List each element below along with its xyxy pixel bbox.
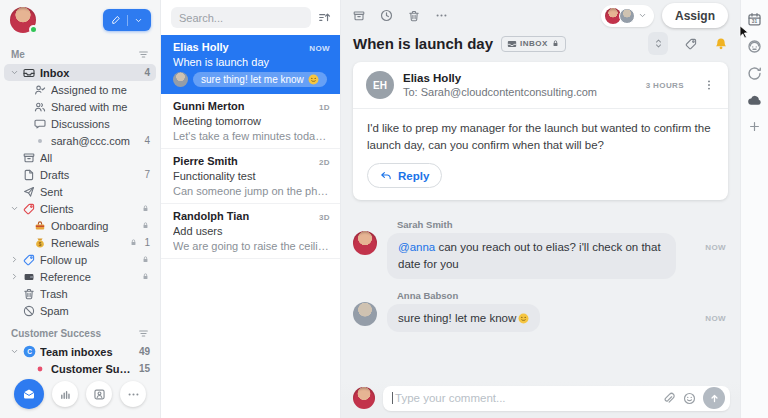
thread-item-gunni-merton[interactable]: Gunni Merton1DMeeting tomorrowLet's take… [161, 94, 340, 149]
trash-icon[interactable] [408, 10, 420, 22]
contacts-button[interactable] [86, 381, 112, 407]
spam-icon [23, 305, 40, 317]
conversation-nav-stepper[interactable] [648, 32, 668, 55]
thread-item-elias-holly[interactable]: Elias HollyNOWWhen is launch daysure thi… [161, 35, 340, 94]
chevron-down-icon[interactable] [10, 204, 23, 213]
compose-button[interactable] [103, 9, 151, 31]
emoji-picker-icon[interactable] [683, 392, 696, 405]
sidebar-item-reference[interactable]: Reference [4, 268, 156, 285]
conversation-title: When is launch day [353, 35, 493, 52]
sidebar-item-sent[interactable]: Sent [4, 183, 156, 200]
sidebar-item-team-inboxes[interactable]: CTeam inboxes49 [4, 343, 156, 360]
thread-list-panel: Elias HollyNOWWhen is launch daysure thi… [160, 0, 340, 418]
attach-paperclip-icon[interactable] [662, 392, 675, 405]
search-row [161, 0, 340, 35]
inbox-icon [23, 67, 40, 79]
mascot-icon[interactable] [747, 39, 762, 54]
search-input[interactable] [171, 7, 311, 28]
chevron-down-icon[interactable] [10, 347, 23, 356]
dot-icon [34, 135, 51, 147]
filter-icon[interactable] [138, 328, 149, 339]
document-icon [23, 169, 40, 181]
assign-button[interactable]: Assign [662, 3, 728, 28]
sort-icon[interactable] [318, 11, 331, 24]
sidebar-item-sarah-ccc-com[interactable]: sarah@ccc.com4 [4, 132, 156, 149]
inbox-badge: INBOX [501, 36, 566, 52]
sidebar-item-label: Inbox [40, 67, 138, 79]
reply-button[interactable]: Reply [367, 163, 442, 188]
email-sender: Elias Holly [403, 72, 597, 84]
assignees-pill[interactable] [601, 5, 654, 27]
more-apps-button[interactable] [120, 381, 146, 407]
thread-subject: When is launch day [173, 56, 330, 68]
sidebar-item-clients[interactable]: Clients [4, 200, 156, 217]
comment-sarah-smith: Sarah Smith@anna can you reach out to el… [353, 215, 728, 285]
chevron-right-icon[interactable] [10, 255, 23, 264]
archive-icon[interactable] [353, 10, 365, 22]
chevron-down-icon[interactable] [10, 68, 23, 77]
section-header: Customer Success [4, 319, 156, 343]
thread-sender: Randolph Tian [173, 210, 249, 222]
sidebar-item-onboarding[interactable]: Onboarding [4, 217, 156, 234]
kebab-menu-icon[interactable] [703, 79, 715, 91]
text-caret [392, 392, 393, 404]
sidebar-item-inbox[interactable]: Inbox4 [4, 64, 156, 81]
tag-blue-icon [23, 254, 40, 266]
unread-count: 15 [139, 363, 150, 374]
email-header: EH Elias Holly To: Sarah@cloudcontentcon… [353, 62, 728, 108]
comment-input[interactable]: Type your comment... [383, 386, 730, 411]
dot-pink-icon [34, 363, 51, 375]
thread-item-pierre-smith[interactable]: Pierre Smith2DFunctionality testCan some… [161, 149, 340, 204]
user-avatar[interactable] [10, 7, 36, 33]
add-integration-icon[interactable] [748, 120, 761, 133]
sidebar-item-all[interactable]: All [4, 149, 156, 166]
sidebar-item-discussions[interactable]: Discussions [4, 115, 156, 132]
analytics-button[interactable] [52, 381, 78, 407]
trash-icon [23, 288, 40, 300]
thread-sender: Gunni Merton [173, 100, 245, 112]
sidebar-item-label: Trash [40, 288, 150, 300]
sidebar-item-label: Renewals [51, 237, 125, 249]
mail-nav-button[interactable] [14, 379, 44, 409]
sidebar-item-label: Customer Success [51, 363, 133, 375]
toolbox-icon [34, 220, 51, 232]
svg-text:C: C [27, 348, 32, 355]
sidebar-item-spam[interactable]: Spam [4, 302, 156, 319]
sidebar-item-assigned-to-me[interactable]: Assigned to me [4, 81, 156, 98]
pencil-icon [111, 15, 121, 25]
sidebar-item-label: Spam [40, 305, 150, 317]
filter-icon[interactable] [138, 49, 149, 60]
g-sync-icon[interactable] [747, 66, 762, 81]
unread-count: 4 [144, 135, 150, 146]
chevron-down-icon[interactable] [134, 16, 143, 25]
avatar-anna [619, 8, 635, 24]
sidebar-item-shared-with-me[interactable]: Shared with me [4, 98, 156, 115]
inbox-icon [507, 39, 517, 49]
sidebar-item-customer-success[interactable]: Customer Success15 [4, 360, 156, 374]
sidebar-item-renewals[interactable]: $Renewals1 [4, 234, 156, 251]
section-header-label: Customer Success [11, 328, 101, 339]
notification-bell-icon[interactable] [714, 37, 728, 51]
comment-text: can you reach out to elias? i'll check o… [398, 241, 661, 270]
calendar-icon[interactable]: 31 [747, 12, 762, 27]
mention-link[interactable]: @anna [398, 241, 435, 253]
presence-dot [29, 25, 38, 34]
lock-icon [141, 272, 150, 281]
sidebar-item-follow-up[interactable]: Follow up [4, 251, 156, 268]
cloud-icon[interactable] [747, 93, 762, 108]
more-icon[interactable] [435, 9, 448, 22]
comment-bubble: sure thing! let me know [387, 304, 540, 333]
unread-count: 1 [144, 237, 150, 248]
c-badge-icon: C [23, 345, 40, 358]
send-button[interactable] [703, 387, 725, 409]
comment-composer: Type your comment... [341, 382, 740, 418]
sidebar-item-drafts[interactable]: Drafts7 [4, 166, 156, 183]
avatar [173, 72, 188, 87]
sidebar-item-trash[interactable]: Trash [4, 285, 156, 302]
snooze-clock-icon[interactable] [380, 9, 393, 22]
arrow-up-icon [709, 393, 720, 404]
chevron-right-icon[interactable] [10, 272, 23, 281]
thread-time: NOW [309, 44, 330, 53]
label-tag-icon[interactable] [685, 38, 697, 50]
thread-item-randolph-tian[interactable]: Randolph Tian3DAdd usersWe are going to … [161, 204, 340, 259]
